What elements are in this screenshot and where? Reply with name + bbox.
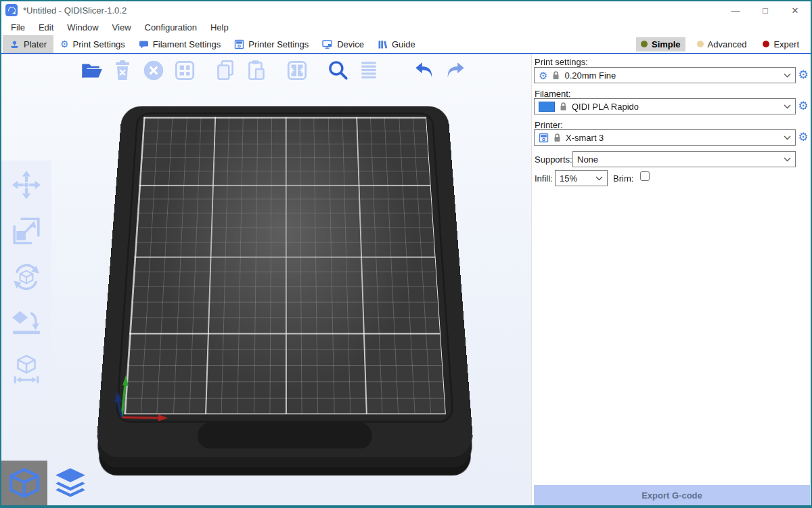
lock-icon: [560, 102, 567, 111]
menu-window[interactable]: Window: [60, 21, 105, 34]
3d-viewport[interactable]: [1, 54, 531, 505]
copy-icon: [213, 58, 238, 83]
view-mode-switcher: [1, 461, 93, 505]
brim-checkbox[interactable]: [640, 171, 650, 181]
redo-button[interactable]: [443, 57, 468, 84]
lock-icon: [552, 70, 560, 80]
tab-filament-settings[interactable]: Filament Settings: [132, 35, 227, 53]
settings-sidebar: Print settings: ⚙ 0.20mm Fine ⚙ Filament…: [531, 54, 811, 505]
menu-bar: File Edit Window View Configuration Help: [1, 19, 811, 35]
mode-label: Advanced: [708, 39, 747, 49]
supports-combo[interactable]: None: [572, 151, 796, 167]
tab-print-settings[interactable]: ⚙ Print Settings: [53, 35, 132, 53]
variable-layer-height-button[interactable]: [356, 57, 382, 84]
print-settings-label: Print settings:: [535, 57, 588, 67]
mode-label: Simple: [652, 39, 681, 49]
minimize-button[interactable]: —: [729, 5, 742, 16]
rotate-icon: [11, 261, 42, 293]
expert-dot-icon: [763, 41, 769, 47]
undo-icon: [411, 58, 437, 83]
menu-edit[interactable]: Edit: [32, 21, 60, 34]
gear-icon: ⚙: [539, 70, 547, 81]
device-monitor-icon: [322, 39, 333, 49]
filament-combo[interactable]: QIDI PLA Rapido: [534, 98, 796, 114]
export-gcode-button[interactable]: Export G-code: [534, 485, 810, 505]
tab-device[interactable]: Device: [315, 35, 371, 53]
mode-label: Expert: [773, 39, 799, 49]
split-objects-icon: [285, 58, 309, 83]
window-title: *Untitled - QIDISlicer-1.0.2: [23, 5, 127, 16]
chevron-down-icon: [784, 73, 791, 78]
open-button[interactable]: [78, 57, 104, 84]
app-logo-icon: [5, 4, 18, 16]
scale-gizmo-button[interactable]: [10, 215, 43, 247]
scale-icon: [11, 215, 42, 247]
axes-indicator: [96, 339, 184, 433]
delete-all-button[interactable]: [141, 57, 166, 84]
infill-combo[interactable]: 15%: [555, 170, 608, 186]
printer-value: X-smart 3: [566, 133, 604, 143]
maximize-button[interactable]: □: [759, 5, 771, 16]
open-folder-icon: [79, 58, 104, 83]
chevron-down-icon: [595, 176, 603, 181]
mode-selector: Simple Advanced Expert: [636, 37, 809, 51]
undo-button[interactable]: [411, 57, 437, 84]
tab-plater[interactable]: Plater: [3, 35, 53, 53]
preview-layers-icon: [53, 465, 88, 501]
tab-printer-settings[interactable]: Printer Settings: [227, 35, 315, 53]
supports-label: Supports:: [535, 154, 572, 165]
printer-label: Printer:: [535, 120, 563, 130]
tab-guide[interactable]: Guide: [371, 35, 422, 53]
printer-gear-button[interactable]: ⚙: [797, 131, 809, 144]
menu-configuration[interactable]: Configuration: [138, 21, 204, 34]
print-settings-gear-button[interactable]: ⚙: [797, 69, 809, 81]
menu-help[interactable]: Help: [204, 21, 235, 34]
search-icon: [325, 58, 350, 83]
copy-button[interactable]: [212, 57, 238, 84]
measure-gizmo-button[interactable]: [10, 353, 43, 385]
split-objects-button[interactable]: [284, 57, 310, 84]
menu-view[interactable]: View: [106, 21, 138, 34]
arrange-button[interactable]: [172, 57, 198, 84]
menu-file[interactable]: File: [4, 21, 32, 34]
filament-gear-button[interactable]: ⚙: [797, 100, 809, 112]
tab-bar: Plater ⚙ Print Settings Filament Setting…: [1, 35, 811, 53]
lock-icon: [554, 133, 561, 142]
tab-label: Plater: [24, 39, 47, 49]
chevron-down-icon: [784, 104, 791, 109]
tab-label: Guide: [392, 39, 415, 49]
print-settings-combo[interactable]: ⚙ 0.20mm Fine: [534, 67, 796, 83]
3d-editor-view-button[interactable]: [1, 461, 47, 505]
delete-all-icon: [141, 58, 166, 83]
title-bar: *Untitled - QIDISlicer-1.0.2 — □ ✕: [1, 1, 811, 19]
paste-button[interactable]: [244, 57, 269, 84]
tab-label: Filament Settings: [153, 39, 221, 49]
printer-combo[interactable]: X-smart 3: [534, 129, 796, 146]
trash-icon: [111, 58, 134, 83]
arrange-icon: [173, 58, 197, 83]
simple-dot-icon: [641, 41, 648, 47]
filament-value: QIDI PLA Rapido: [572, 102, 639, 112]
place-on-face-icon: [11, 308, 42, 339]
gizmo-toolbar: [1, 161, 51, 404]
delete-button[interactable]: [110, 57, 135, 84]
printer-icon: [539, 133, 549, 143]
search-button[interactable]: [325, 57, 351, 84]
gear-icon: ⚙: [60, 39, 69, 49]
measure-icon: [11, 354, 42, 385]
place-on-face-gizmo-button[interactable]: [10, 307, 43, 339]
filament-spool-icon: [139, 39, 149, 49]
mode-expert[interactable]: Expert: [758, 37, 804, 51]
rotate-gizmo-button[interactable]: [10, 261, 43, 293]
move-gizmo-button[interactable]: [10, 169, 43, 201]
mode-advanced[interactable]: Advanced: [692, 37, 752, 51]
preview-view-button[interactable]: [47, 461, 93, 505]
mode-simple[interactable]: Simple: [636, 37, 685, 51]
paste-icon: [244, 58, 269, 83]
tab-label: Printer Settings: [248, 39, 309, 49]
printer-icon: [234, 39, 244, 49]
move-icon: [11, 169, 42, 200]
close-button[interactable]: ✕: [789, 5, 801, 16]
redo-icon: [443, 58, 468, 83]
filament-color-swatch: [539, 102, 555, 112]
